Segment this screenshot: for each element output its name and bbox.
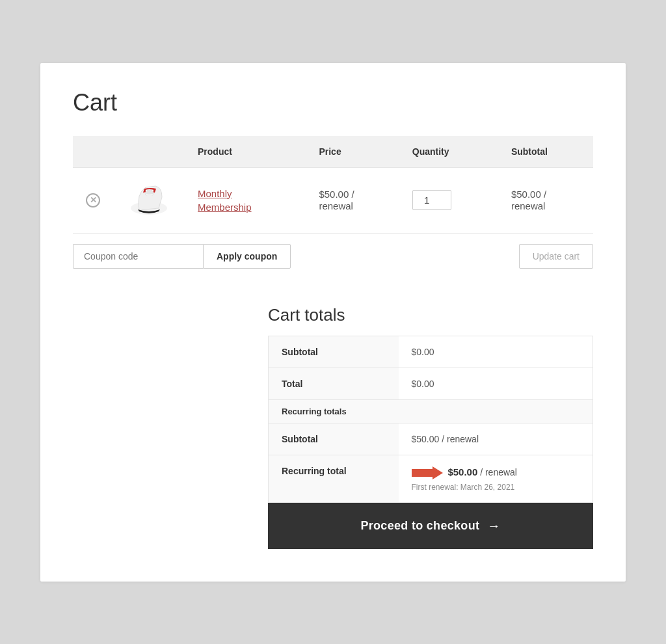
first-renewal-text: First renewal: March 26, 2021 bbox=[412, 483, 580, 492]
product-image-svg bbox=[126, 181, 172, 220]
recurring-subtotal-label: Subtotal bbox=[269, 423, 399, 455]
cart-totals-section: Cart totals Subtotal $0.00 Total $0.00 R… bbox=[268, 305, 593, 549]
remove-item-button[interactable]: ✕ bbox=[86, 193, 100, 208]
subtotal-cell: $50.00 / renewal bbox=[498, 167, 593, 233]
total-row: Total $0.00 bbox=[269, 368, 593, 399]
cart-totals-title: Cart totals bbox=[268, 305, 593, 325]
subtotal-label: Subtotal bbox=[269, 336, 399, 368]
remove-cell: ✕ bbox=[73, 167, 113, 233]
arrow-icon bbox=[412, 466, 443, 480]
col-header-thumbnail bbox=[113, 136, 185, 168]
price-cell: $50.00 / renewal bbox=[306, 167, 399, 233]
col-header-remove bbox=[73, 136, 113, 168]
product-link[interactable]: Monthly Membership bbox=[198, 188, 252, 213]
recurring-total-amount-line: $50.00 / renewal bbox=[412, 466, 580, 480]
coupon-input[interactable] bbox=[73, 244, 203, 269]
col-header-quantity: Quantity bbox=[399, 136, 498, 168]
checkout-arrow-icon: → bbox=[487, 518, 500, 533]
svg-marker-4 bbox=[412, 466, 443, 479]
recurring-total-cell: $50.00 / renewal First renewal: March 26… bbox=[399, 455, 593, 502]
recurring-section-label: Recurring totals bbox=[269, 399, 593, 423]
cart-table: Product Price Quantity Subtotal ✕ bbox=[73, 136, 593, 233]
quantity-input[interactable] bbox=[412, 190, 451, 210]
col-header-product: Product bbox=[185, 136, 306, 168]
recurring-total-label: Recurring total bbox=[269, 455, 399, 502]
total-label: Total bbox=[269, 368, 399, 399]
apply-coupon-button[interactable]: Apply coupon bbox=[203, 244, 291, 269]
page-title: Cart bbox=[73, 89, 593, 116]
subtotal-value: $0.00 bbox=[399, 336, 593, 368]
total-value: $0.00 bbox=[399, 368, 593, 399]
recurring-subtotal-row: Subtotal $50.00 / renewal bbox=[269, 423, 593, 455]
product-name-cell: Monthly Membership bbox=[185, 167, 306, 233]
recurring-total-row: Recurring total $50.00 / renewal First r… bbox=[269, 455, 593, 502]
cart-page: Cart Product Price Quantity Subtotal ✕ bbox=[40, 63, 626, 582]
update-cart-button[interactable]: Update cart bbox=[519, 244, 593, 269]
quantity-cell bbox=[399, 167, 498, 233]
recurring-total-amount: $50.00 bbox=[447, 466, 477, 477]
coupon-left: Apply coupon bbox=[73, 244, 291, 269]
checkout-button[interactable]: Proceed to checkout → bbox=[268, 503, 593, 549]
recurring-header-row: Recurring totals bbox=[269, 399, 593, 423]
col-header-price: Price bbox=[306, 136, 399, 168]
subtotal-row: Subtotal $0.00 bbox=[269, 336, 593, 368]
coupon-row: Apply coupon Update cart bbox=[73, 233, 593, 279]
recurring-subtotal-value: $50.00 / renewal bbox=[399, 423, 593, 455]
product-thumbnail bbox=[126, 181, 172, 220]
col-header-subtotal: Subtotal bbox=[498, 136, 593, 168]
checkout-button-label: Proceed to checkout bbox=[360, 519, 479, 533]
totals-table: Subtotal $0.00 Total $0.00 Recurring tot… bbox=[268, 336, 593, 503]
thumbnail-cell bbox=[113, 167, 185, 233]
table-row: ✕ bbox=[73, 167, 593, 233]
